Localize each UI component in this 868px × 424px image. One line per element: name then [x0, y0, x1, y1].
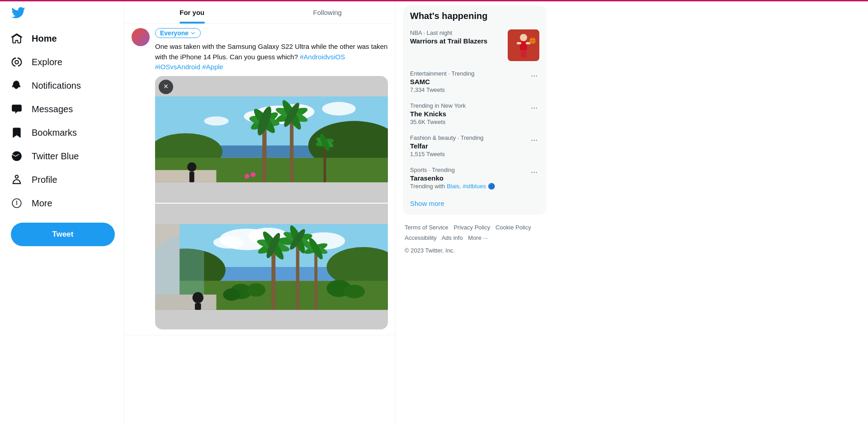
trend-category-samc: Entertainment · Trending	[410, 70, 525, 77]
trend-count-samc: 7,334 Tweets	[410, 86, 525, 93]
sidebar-item-twitter-blue-label: Twitter Blue	[32, 151, 79, 162]
trend-item-tarasenko[interactable]: Sports · Trending Tarasenko Trending wit…	[403, 162, 547, 194]
trend-category-telfar: Fashion & beauty · Trending	[410, 134, 525, 141]
trend-category-knicks: Trending in New York	[410, 102, 525, 109]
messages-icon	[11, 103, 23, 115]
chevron-down-icon	[190, 30, 196, 36]
trend-count-knicks: 35.6K Tweets	[410, 119, 525, 125]
svg-point-21	[187, 162, 196, 171]
sidebar-item-more[interactable]: More	[5, 192, 118, 214]
footer-links: Terms of Service Privacy Policy Cookie P…	[403, 222, 547, 256]
more-icon	[11, 197, 23, 209]
show-more-link[interactable]: Show more	[410, 200, 444, 207]
sidebar-item-profile[interactable]: Profile	[5, 168, 118, 191]
home-icon	[11, 33, 23, 44]
footer-ads[interactable]: Ads info	[442, 234, 463, 241]
tweet-audience-label: Everyone	[160, 29, 189, 37]
hashtag-apple[interactable]: #Apple	[202, 63, 223, 71]
tweet-image-top: ×	[155, 76, 388, 203]
sidebar-item-profile-label: Profile	[32, 175, 57, 185]
trend-name-tarasenko: Tarasenko	[410, 174, 525, 182]
hashtag-iosvsandroid[interactable]: #iOSvsAndroid	[155, 63, 200, 71]
trend-content-warriors: NBA · Last night Warriors at Trail Blaze…	[410, 29, 504, 46]
sidebar-item-home-label: Home	[32, 33, 57, 44]
svg-rect-67	[524, 50, 526, 57]
sidebar-item-notifications[interactable]: Notifications	[5, 74, 118, 97]
trend-content-tarasenko: Sports · Trending Tarasenko Trending wit…	[410, 167, 525, 190]
trend-trending-with-tarasenko: Trending with Blais, #stlblues 🔵	[410, 183, 525, 190]
tropical-image-top	[155, 76, 388, 203]
tweet-item: Everyone One was taken with the Samsung …	[124, 23, 395, 335]
svg-point-54	[193, 292, 203, 303]
left-sidebar: Home Explore Notifications Messages Book…	[0, 0, 124, 424]
sidebar-item-explore-label: Explore	[32, 57, 62, 67]
tweet-avatar	[132, 28, 150, 46]
close-image-button[interactable]: ×	[159, 80, 173, 94]
svg-rect-40	[272, 245, 276, 310]
notifications-icon	[11, 80, 23, 91]
svg-point-58	[223, 288, 240, 300]
svg-rect-10	[155, 170, 217, 182]
svg-point-60	[344, 285, 365, 298]
whats-happening-panel: What's happening NBA · Last night Warrio…	[403, 5, 547, 215]
svg-point-5	[322, 102, 356, 115]
tab-following[interactable]: Following	[260, 1, 396, 24]
trend-name-telfar: Telfar	[410, 142, 525, 150]
hashtag-androidvsios[interactable]: #AndroidvsiOS	[300, 53, 345, 61]
footer-privacy[interactable]: Privacy Policy	[453, 224, 490, 231]
footer-terms[interactable]: Terms of Service	[405, 224, 448, 231]
svg-rect-65	[526, 42, 530, 44]
trend-item-telfar[interactable]: Fashion & beauty · Trending Telfar 1,515…	[403, 130, 547, 162]
tweet-image-bottom	[155, 204, 388, 329]
sidebar-item-home[interactable]: Home	[5, 27, 118, 50]
svg-rect-66	[521, 50, 524, 57]
trend-more-telfar[interactable]: ···	[529, 134, 539, 146]
sidebar-item-explore[interactable]: Explore	[5, 51, 118, 73]
tweet-body: Everyone One was taken with the Samsung …	[155, 28, 388, 329]
svg-rect-16	[290, 114, 293, 182]
sidebar-item-twitter-blue[interactable]: Twitter Blue	[5, 145, 118, 167]
svg-rect-45	[296, 239, 299, 310]
svg-point-32	[213, 236, 244, 248]
svg-rect-22	[189, 172, 194, 182]
trend-item-knicks[interactable]: Trending in New York The Knicks 35.6K Tw…	[403, 98, 547, 130]
trend-item-warriors[interactable]: NBA · Last night Warriors at Trail Blaze…	[403, 25, 547, 66]
tweet-audience-selector[interactable]: Everyone	[155, 28, 201, 38]
warriors-image	[508, 29, 539, 61]
right-sidebar: What's happening NBA · Last night Warrio…	[396, 0, 554, 424]
sidebar-item-more-label: More	[32, 198, 52, 209]
trend-content-knicks: Trending in New York The Knicks 35.6K Tw…	[410, 102, 525, 125]
sidebar-item-bookmarks-label: Bookmarks	[32, 128, 77, 138]
twitter-blue-icon	[11, 150, 23, 162]
footer-accessibility[interactable]: Accessibility	[405, 234, 437, 241]
tab-for-you[interactable]: For you	[124, 1, 260, 24]
svg-point-57	[247, 283, 265, 296]
show-more: Show more	[403, 194, 547, 215]
sidebar-item-bookmarks[interactable]: Bookmarks	[5, 121, 118, 144]
trend-category-tarasenko: Sports · Trending	[410, 167, 525, 173]
footer-cookie[interactable]: Cookie Policy	[495, 224, 531, 231]
trend-more-tarasenko[interactable]: ···	[529, 167, 539, 178]
main-feed: For you Following Everyone One was taken…	[124, 0, 396, 424]
whats-happening-title: What's happening	[403, 5, 547, 25]
trend-name-warriors: Warriors at Trail Blazers	[410, 37, 504, 45]
trend-item-samc[interactable]: Entertainment · Trending SAMC 7,334 Twee…	[403, 66, 547, 98]
feed-tabs: For you Following	[124, 1, 395, 24]
svg-rect-39	[155, 294, 217, 310]
tweet-button[interactable]: Tweet	[11, 223, 115, 246]
twitter-logo[interactable]	[5, 4, 118, 25]
svg-point-62	[520, 34, 527, 41]
svg-rect-55	[195, 303, 201, 310]
tweet-text: One was taken with the Samsung Galaxy S2…	[155, 42, 388, 72]
profile-icon	[11, 174, 23, 186]
trend-more-samc[interactable]: ···	[529, 70, 539, 81]
footer-more[interactable]: More ···	[468, 234, 488, 241]
svg-point-23	[245, 173, 250, 178]
svg-rect-64	[517, 42, 521, 44]
trend-more-knicks[interactable]: ···	[529, 102, 539, 114]
trending-with-links[interactable]: Blais, #stlblues 🔵	[447, 183, 495, 190]
trend-content-samc: Entertainment · Trending SAMC 7,334 Twee…	[410, 70, 525, 93]
footer-copyright: © 2023 Twitter, Inc.	[405, 245, 545, 256]
sidebar-item-messages[interactable]: Messages	[5, 98, 118, 120]
tropical-image-bottom	[155, 204, 388, 329]
